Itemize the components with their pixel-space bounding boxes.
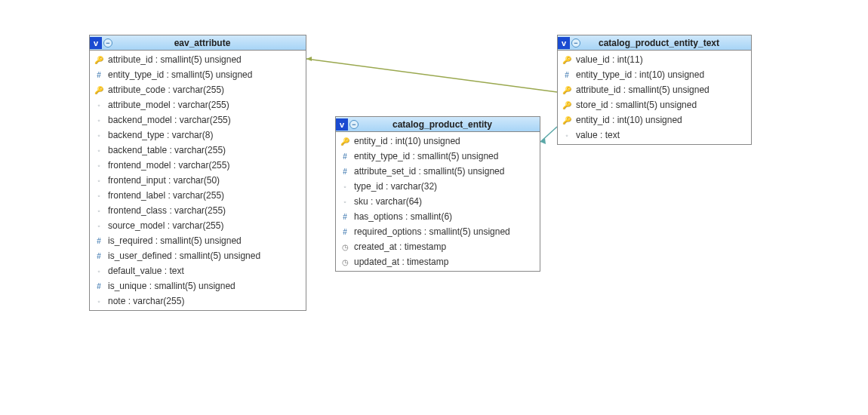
column-row[interactable]: 🔑entity_id : int(10) unsigned [558, 112, 751, 128]
column-text: is_unique : smallint(5) unsigned [108, 281, 235, 291]
view-icon: v [558, 37, 570, 49]
table-title: eav_attribute [117, 38, 303, 48]
column-row[interactable]: ◷created_at : timestamp [336, 239, 540, 254]
column-text: value_id : int(11) [576, 54, 643, 65]
column-text: note : varchar(255) [108, 296, 184, 306]
column-row[interactable]: #is_required : smallint(5) unsigned [90, 233, 306, 248]
column-row[interactable]: #attribute_set_id : smallint(5) unsigned [336, 164, 540, 179]
column-row[interactable]: #entity_type_id : smallint(5) unsigned [90, 67, 306, 82]
column-text: attribute_set_id : smallint(5) unsigned [354, 166, 504, 177]
column-text: entity_id : int(10) unsigned [354, 136, 460, 146]
column-row[interactable]: ◦backend_type : varchar(8) [90, 128, 306, 143]
table-title: catalog_product_entity [363, 119, 537, 130]
column-text: type_id : varchar(32) [354, 181, 437, 192]
column-text: attribute_code : varchar(255) [108, 85, 224, 95]
nullable-icon: ◦ [94, 191, 103, 200]
table-eav-attribute[interactable]: v − eav_attribute 🔑attribute_id : smalli… [89, 35, 306, 311]
column-row[interactable]: #is_user_defined : smallint(5) unsigned [90, 248, 306, 263]
column-row[interactable]: 🔑entity_id : int(10) unsigned [336, 134, 540, 149]
nullable-icon: ◦ [340, 182, 349, 191]
column-row[interactable]: ◦default_value : text [90, 263, 306, 278]
nullable-icon: ◦ [562, 131, 571, 140]
key-icon: 🔑 [562, 55, 571, 64]
column-text: entity_id : int(10) unsigned [576, 115, 682, 125]
connector-eav-to-cpet [306, 59, 557, 92]
column-row[interactable]: 🔑store_id : smallint(5) unsigned [558, 97, 751, 112]
column-row[interactable]: 🔑attribute_code : varchar(255) [90, 82, 306, 97]
column-text: attribute_id : smallint(5) unsigned [108, 54, 242, 65]
column-row[interactable]: 🔑attribute_id : smallint(5) unsigned [90, 52, 306, 67]
nullable-icon: ◦ [94, 297, 103, 306]
column-row[interactable]: ◦value : text [558, 128, 751, 143]
nullable-icon: ◦ [94, 146, 103, 155]
connector-cpe-to-cpet [540, 127, 557, 142]
column-row[interactable]: ◦backend_model : varchar(255) [90, 112, 306, 128]
key-icon: 🔑 [94, 85, 103, 94]
index-icon: # [94, 281, 103, 290]
nullable-icon: ◦ [340, 197, 349, 206]
column-row[interactable]: #entity_type_id : int(10) unsigned [558, 67, 751, 82]
column-text: required_options : smallint(5) unsigned [354, 226, 510, 237]
column-text: has_options : smallint(6) [354, 211, 452, 222]
column-row[interactable]: ◷updated_at : timestamp [336, 254, 540, 269]
table-body: 🔑attribute_id : smallint(5) unsigned#ent… [90, 51, 306, 310]
column-row[interactable]: ◦source_model : varchar(255) [90, 218, 306, 233]
column-row[interactable]: ◦attribute_model : varchar(255) [90, 97, 306, 112]
timestamp-icon: ◷ [340, 242, 349, 251]
arrowhead-cpe [540, 138, 546, 144]
timestamp-icon: ◷ [340, 257, 349, 266]
column-text: attribute_id : smallint(5) unsigned [576, 85, 709, 95]
table-catalog-product-entity[interactable]: v − catalog_product_entity 🔑entity_id : … [335, 116, 540, 272]
er-diagram-canvas: v − eav_attribute 🔑attribute_id : smalli… [0, 0, 868, 415]
column-row[interactable]: #entity_type_id : smallint(5) unsigned [336, 149, 540, 164]
index-icon: # [562, 70, 571, 79]
nullable-icon: ◦ [94, 176, 103, 185]
nullable-icon: ◦ [94, 221, 103, 230]
arrowhead-eav [306, 57, 312, 61]
key-icon: 🔑 [94, 55, 103, 64]
column-row[interactable]: #has_options : smallint(6) [336, 209, 540, 224]
column-row[interactable]: ◦frontend_input : varchar(50) [90, 173, 306, 188]
collapse-icon[interactable]: − [349, 120, 359, 129]
index-icon: # [94, 251, 103, 260]
collapse-icon[interactable]: − [571, 38, 580, 48]
nullable-icon: ◦ [94, 131, 103, 140]
collapse-icon[interactable]: − [103, 38, 112, 48]
key-icon: 🔑 [340, 137, 349, 146]
column-row[interactable]: ◦frontend_model : varchar(255) [90, 158, 306, 173]
view-icon: v [336, 118, 348, 131]
table-header[interactable]: v − catalog_product_entity [336, 117, 540, 132]
table-body: 🔑entity_id : int(10) unsigned#entity_typ… [336, 132, 540, 271]
key-icon: 🔑 [562, 115, 571, 124]
column-row[interactable]: ◦type_id : varchar(32) [336, 179, 540, 194]
column-row[interactable]: #required_options : smallint(5) unsigned [336, 224, 540, 239]
column-row[interactable]: ◦frontend_class : varchar(255) [90, 203, 306, 218]
table-catalog-product-entity-text[interactable]: v − catalog_product_entity_text 🔑value_i… [557, 35, 752, 145]
column-text: entity_type_id : smallint(5) unsigned [108, 69, 252, 80]
column-text: entity_type_id : smallint(5) unsigned [354, 151, 498, 161]
column-row[interactable]: ◦note : varchar(255) [90, 294, 306, 309]
table-header[interactable]: v − catalog_product_entity_text [558, 35, 751, 51]
column-text: entity_type_id : int(10) unsigned [576, 69, 704, 80]
nullable-icon: ◦ [94, 161, 103, 170]
nullable-icon: ◦ [94, 100, 103, 109]
index-icon: # [94, 236, 103, 245]
column-row[interactable]: ◦sku : varchar(64) [336, 194, 540, 209]
nullable-icon: ◦ [94, 115, 103, 124]
column-text: frontend_class : varchar(255) [108, 205, 226, 216]
table-header[interactable]: v − eav_attribute [90, 35, 306, 51]
index-icon: # [94, 70, 103, 79]
column-text: frontend_label : varchar(255) [108, 190, 224, 201]
column-row[interactable]: 🔑value_id : int(11) [558, 52, 751, 67]
index-icon: # [340, 167, 349, 176]
column-row[interactable]: ◦frontend_label : varchar(255) [90, 188, 306, 203]
key-icon: 🔑 [562, 100, 571, 109]
column-text: frontend_model : varchar(255) [108, 160, 229, 171]
view-icon: v [90, 37, 102, 49]
table-body: 🔑value_id : int(11)#entity_type_id : int… [558, 51, 751, 144]
column-text: created_at : timestamp [354, 241, 446, 252]
column-row[interactable]: #is_unique : smallint(5) unsigned [90, 278, 306, 294]
column-row[interactable]: 🔑attribute_id : smallint(5) unsigned [558, 82, 751, 97]
column-text: is_required : smallint(5) unsigned [108, 235, 242, 246]
column-row[interactable]: ◦backend_table : varchar(255) [90, 143, 306, 158]
